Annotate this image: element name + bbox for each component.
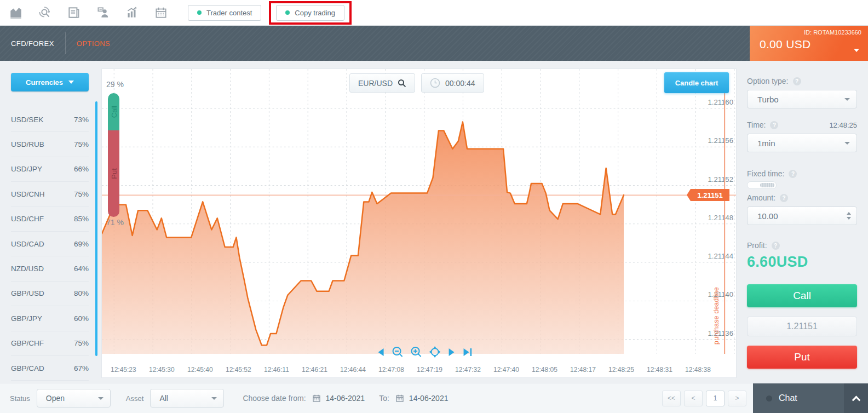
date-from-value[interactable]: 14-06-2021 bbox=[326, 394, 365, 403]
increment-button[interactable] bbox=[847, 212, 851, 215]
currency-pair-item[interactable]: USD/SEK73% bbox=[11, 107, 89, 132]
pan-left-icon[interactable] bbox=[377, 348, 385, 357]
area-chart-icon[interactable] bbox=[9, 5, 23, 20]
currency-pair-item[interactable]: USD/CHF85% bbox=[11, 207, 89, 232]
status-select[interactable]: Open bbox=[37, 389, 111, 408]
amount-spinner bbox=[847, 212, 851, 220]
chevron-down-icon bbox=[98, 397, 104, 400]
chat-bar[interactable]: Chat bbox=[753, 383, 868, 413]
asset-select[interactable]: All bbox=[150, 389, 224, 408]
time-tick-label: 12:48:38 bbox=[685, 366, 711, 374]
sentiment-gauge: Call Put bbox=[108, 93, 119, 217]
pan-right-icon[interactable] bbox=[448, 348, 456, 357]
currency-pair-item[interactable]: USD/JPY66% bbox=[11, 157, 89, 182]
date-to-value[interactable]: 14-06-2021 bbox=[409, 394, 449, 403]
amount-input[interactable]: 10.00 bbox=[747, 206, 857, 225]
currency-pair-item[interactable]: USD/CNH75% bbox=[11, 182, 89, 206]
time-tick-label: 12:48:05 bbox=[532, 366, 557, 374]
currency-pair-item[interactable]: GBP/USD80% bbox=[11, 282, 89, 306]
help-icon[interactable] bbox=[789, 170, 797, 178]
pagination: <<<1> bbox=[662, 391, 746, 406]
time-tick-label: 12:48:17 bbox=[570, 366, 596, 374]
green-dot-icon bbox=[197, 10, 202, 15]
fixed-time-label: Fixed time: bbox=[747, 169, 784, 178]
tab-options[interactable]: OPTIONS bbox=[66, 26, 121, 61]
main-header: CFD/FOREX OPTIONS ID: ROTAM10233660 0.00… bbox=[0, 26, 868, 61]
trader-contest-button[interactable]: Trader contest bbox=[188, 5, 261, 21]
pair-name: USD/JPY bbox=[11, 165, 42, 173]
recenter-icon[interactable] bbox=[429, 346, 441, 358]
time-tick-label: 12:46:21 bbox=[302, 366, 327, 374]
currency-pair-item[interactable]: NZD/USD64% bbox=[11, 256, 89, 281]
call-percentage: 29 % bbox=[106, 80, 124, 89]
current-price-badge: 1.21151 bbox=[691, 189, 729, 201]
chevron-up-icon bbox=[852, 395, 860, 404]
calendar-icon[interactable] bbox=[395, 393, 405, 403]
pair-payout: 69% bbox=[74, 240, 89, 248]
calendar-icon[interactable] bbox=[312, 393, 321, 403]
sidebar-scrollbar[interactable] bbox=[95, 101, 97, 356]
time-tick-label: 12:45:40 bbox=[187, 366, 213, 374]
currency-pair-item[interactable]: GBP/JPY60% bbox=[11, 306, 89, 331]
trade-panel: Option type: Turbo Time: 12:48:25 1min F… bbox=[737, 61, 868, 383]
pair-payout: 64% bbox=[74, 265, 89, 273]
symbol-select-button[interactable]: EUR/USD bbox=[349, 73, 415, 93]
date-from-label: Choose date from: bbox=[243, 394, 306, 403]
duration-select[interactable]: 1min bbox=[747, 134, 857, 152]
help-icon[interactable] bbox=[770, 121, 778, 129]
balance-dropdown[interactable]: ID: ROTAM10233660 0.00 USD bbox=[750, 26, 868, 61]
candle-chart-button[interactable]: Candle chart bbox=[664, 72, 729, 93]
time-row: Time: 12:48:25 bbox=[747, 119, 857, 130]
pair-payout: 85% bbox=[74, 215, 89, 223]
currency-pair-item[interactable]: GBP/CHF75% bbox=[11, 331, 89, 356]
help-icon[interactable] bbox=[793, 77, 801, 85]
time-tick-label: 12:45:30 bbox=[149, 366, 175, 374]
decrement-button[interactable] bbox=[847, 217, 851, 220]
calendar-icon[interactable] bbox=[154, 5, 168, 20]
call-button[interactable]: Call bbox=[747, 284, 857, 307]
put-button[interactable]: Put bbox=[747, 346, 857, 369]
option-type-select[interactable]: Turbo bbox=[747, 90, 857, 108]
amount-value: 10.00 bbox=[757, 211, 778, 221]
currency-pair-item[interactable]: USD/RUB75% bbox=[11, 132, 89, 157]
first-page-button[interactable]: << bbox=[662, 391, 681, 406]
next-page-button[interactable]: > bbox=[728, 391, 746, 406]
pair-name: USD/CHF bbox=[11, 215, 44, 223]
pair-name: USD/CNH bbox=[11, 190, 45, 198]
time-tick-label: 12:47:08 bbox=[378, 366, 404, 374]
zoom-out-icon[interactable] bbox=[392, 346, 404, 358]
option-type-row: Option type: bbox=[747, 76, 857, 87]
app-root: Trader contest Copy trading CFD/FOREX OP… bbox=[0, 0, 868, 413]
pair-payout: 80% bbox=[74, 289, 89, 297]
jump-latest-icon[interactable] bbox=[463, 348, 473, 357]
current-page-button[interactable]: 1 bbox=[706, 391, 725, 406]
pair-name: USD/RUB bbox=[11, 140, 44, 148]
help-icon[interactable] bbox=[780, 194, 788, 202]
prev-page-button[interactable]: < bbox=[684, 391, 703, 406]
fixed-time-row: Fixed time: bbox=[747, 168, 857, 179]
market-analysis-icon[interactable] bbox=[38, 5, 52, 20]
time-tick-label: 12:48:31 bbox=[647, 366, 672, 374]
profit-label: Profit: bbox=[747, 241, 767, 250]
put-percentage: 71 % bbox=[106, 218, 124, 227]
price-area-chart[interactable]: 1.211601.211561.211521.211481.211441.211… bbox=[102, 69, 736, 354]
tab-cfd-forex[interactable]: CFD/FOREX bbox=[0, 26, 65, 61]
chat-collapse-button[interactable] bbox=[844, 383, 868, 413]
gauge-put-segment: Put bbox=[108, 130, 119, 217]
news-icon[interactable] bbox=[67, 5, 81, 20]
option-type-label: Option type: bbox=[747, 77, 789, 85]
fixed-time-toggle[interactable] bbox=[747, 181, 777, 189]
time-tick-label: 12:47:40 bbox=[493, 366, 519, 374]
currency-pair-item[interactable]: USD/CAD69% bbox=[11, 232, 89, 256]
currencies-dropdown-button[interactable]: Currencies bbox=[11, 73, 89, 91]
chevron-down-icon bbox=[854, 49, 859, 52]
expiry-timer-button[interactable]: 00:00:44 bbox=[421, 73, 484, 93]
zoom-in-icon[interactable] bbox=[411, 346, 422, 358]
copy-trading-button[interactable]: Copy trading bbox=[276, 5, 344, 21]
support-chat-icon[interactable] bbox=[96, 5, 110, 20]
pair-name: NZD/USD bbox=[11, 265, 44, 273]
help-icon[interactable] bbox=[772, 242, 780, 250]
currencies-label: Currencies bbox=[26, 78, 63, 87]
currency-pair-item[interactable]: GBP/CAD67% bbox=[11, 356, 89, 381]
statistics-icon[interactable] bbox=[125, 5, 139, 20]
